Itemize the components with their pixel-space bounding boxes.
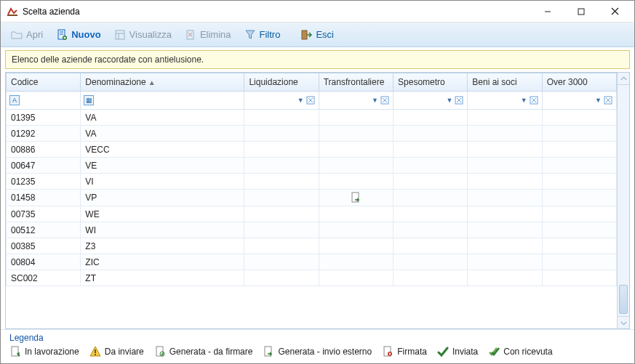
legend: Legenda In lavorazione Da inviare Genera…: [1, 329, 634, 363]
filter-clear-icon[interactable]: [603, 95, 613, 105]
table-cell: [468, 158, 542, 174]
svg-rect-0: [7, 15, 17, 16]
close-button[interactable]: [598, 1, 631, 23]
sort-asc-icon: ▲: [148, 78, 156, 86]
delete-button[interactable]: Elimina: [179, 26, 237, 44]
table-cell: [394, 158, 468, 174]
table-cell: [244, 254, 319, 270]
table-cell: [468, 110, 542, 126]
table-row[interactable]: 00886VECC: [7, 142, 617, 158]
legend-title: Legenda: [9, 333, 626, 343]
table-cell: [468, 270, 542, 286]
filter-codice[interactable]: [21, 94, 77, 107]
table-cell: WE: [81, 206, 244, 222]
col-header-transfrontaliere[interactable]: Transfrontaliere: [319, 73, 393, 92]
col-header-beniaisoci[interactable]: Beni ai soci: [468, 73, 542, 92]
chevron-down-icon[interactable]: ▼: [595, 97, 602, 104]
table-row[interactable]: 01458VP: [7, 190, 617, 206]
folder-open-icon: [11, 29, 23, 41]
view-button[interactable]: Visualizza: [108, 26, 177, 44]
table-cell: [542, 158, 616, 174]
scroll-thumb[interactable]: [619, 285, 628, 314]
document-sign-icon: [154, 346, 166, 357]
table-cell: [468, 174, 542, 190]
filter-button[interactable]: Filtro: [239, 26, 287, 44]
table-cell: 00385: [7, 238, 81, 254]
table-cell: [468, 126, 542, 142]
minimize-button[interactable]: [531, 1, 564, 23]
filter-liquidazione[interactable]: [247, 94, 295, 107]
filter-over3000[interactable]: [546, 94, 594, 107]
col-header-codice[interactable]: Codice: [7, 73, 81, 92]
col-header-spesometro[interactable]: Spesometro: [394, 73, 468, 92]
table-cell: ZIC: [81, 254, 244, 270]
table-cell: [542, 254, 616, 270]
filter-spesometro[interactable]: [396, 94, 444, 107]
legend-generata-invio-esterno: Generata - invio esterno: [263, 346, 372, 357]
table-row[interactable]: 01292VA: [7, 126, 617, 142]
table-row[interactable]: 00385Z3: [7, 238, 617, 254]
chevron-down-icon[interactable]: ▼: [372, 97, 378, 104]
legend-da-inviare: Da inviare: [89, 346, 144, 357]
filter-mode-icon[interactable]: ▦: [84, 95, 94, 105]
col-header-denominazione[interactable]: Denominazione▲: [81, 73, 244, 92]
new-button[interactable]: Nuovo: [50, 26, 106, 44]
exit-button[interactable]: Esci: [295, 26, 340, 44]
table-row[interactable]: 01235VI: [7, 174, 617, 190]
table-cell: [468, 254, 542, 270]
table-cell: [244, 206, 319, 222]
table-cell: [244, 190, 319, 206]
scroll-down-icon[interactable]: [618, 316, 629, 328]
col-header-liquidazione[interactable]: Liquidazione: [244, 73, 319, 92]
chevron-down-icon[interactable]: ▼: [521, 97, 527, 104]
filter-clear-icon[interactable]: [305, 95, 316, 105]
table-cell: [468, 206, 542, 222]
table-cell: [319, 238, 393, 254]
table-cell: [394, 174, 468, 190]
table-row[interactable]: 01395VA: [7, 110, 617, 126]
delete-label: Elimina: [200, 29, 231, 40]
table-cell: [244, 222, 319, 238]
company-grid: Codice Denominazione▲ Liquidazione Trans…: [5, 72, 630, 329]
table-row[interactable]: 00647VE: [7, 158, 617, 174]
filter-transfrontaliere[interactable]: [322, 94, 370, 107]
filter-clear-icon[interactable]: [529, 95, 539, 105]
table-cell: [542, 206, 616, 222]
filter-mode-icon[interactable]: A: [9, 95, 20, 105]
table-cell: [319, 142, 393, 158]
maximize-button[interactable]: [564, 1, 598, 23]
table-cell: VI: [81, 174, 244, 190]
new-label: Nuovo: [71, 29, 100, 40]
table-cell: [394, 270, 468, 286]
check-icon: [437, 346, 449, 357]
filter-clear-icon[interactable]: [454, 95, 464, 105]
table-cell: 01292: [7, 126, 81, 142]
vertical-scrollbar[interactable]: [617, 73, 629, 328]
open-button[interactable]: Apri: [5, 26, 49, 44]
new-document-icon: [56, 29, 68, 41]
table-cell: [244, 126, 319, 142]
banner-text: Elenco delle aziende raccordate con anti…: [12, 54, 204, 65]
table-cell: 00886: [7, 142, 81, 158]
filter-denominazione[interactable]: [95, 94, 241, 107]
col-header-over3000[interactable]: Over 3000: [542, 73, 616, 92]
table-row[interactable]: 00512WI: [7, 222, 617, 238]
table-row[interactable]: 00735WE: [7, 206, 617, 222]
info-banner: Elenco delle aziende raccordate con anti…: [5, 50, 630, 69]
filter-clear-icon[interactable]: [380, 95, 390, 105]
table-cell: SC002: [7, 270, 81, 286]
toolbar: Apri Nuovo Visualizza Elimina Filtro Esc…: [1, 23, 634, 47]
filter-beniaisoci[interactable]: [471, 94, 519, 107]
table-row[interactable]: 00804ZIC: [7, 254, 617, 270]
table-cell: [468, 238, 542, 254]
table-row[interactable]: SC002ZT: [7, 270, 617, 286]
table-cell: [394, 142, 468, 158]
filter-row: A ▦ ▼ ▼ ▼ ▼ ▼: [7, 92, 617, 110]
table-cell: [542, 222, 616, 238]
double-check-icon: [488, 346, 500, 357]
table-cell: [468, 190, 542, 206]
chevron-down-icon[interactable]: ▼: [446, 97, 452, 104]
scroll-up-icon[interactable]: [618, 73, 629, 85]
chevron-down-icon[interactable]: ▼: [297, 97, 304, 104]
table-cell: [319, 174, 393, 190]
